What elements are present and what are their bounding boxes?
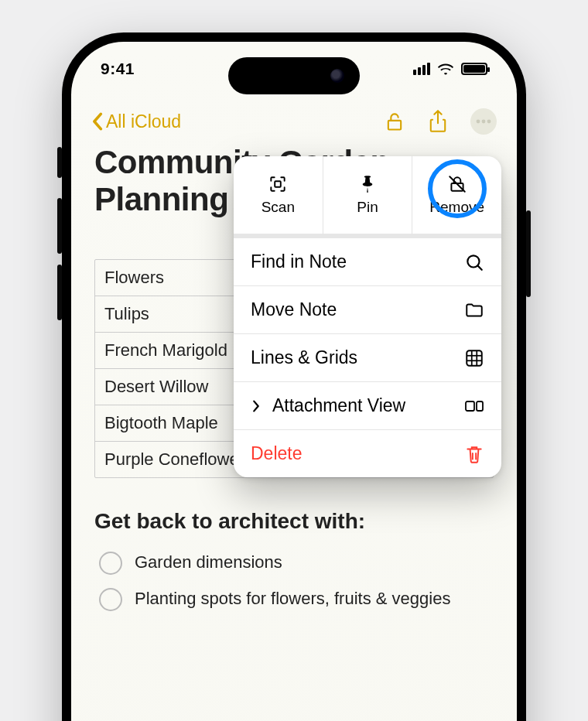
checklist-item[interactable]: Planting spots for flowers, fruits & veg… xyxy=(94,581,494,617)
checklist: Garden dimensions Planting spots for flo… xyxy=(94,545,494,617)
more-button[interactable] xyxy=(470,108,497,135)
checklist-item[interactable]: Garden dimensions xyxy=(94,545,494,581)
menu-attachment-view[interactable]: Attachment View xyxy=(234,381,501,429)
svg-point-0 xyxy=(477,120,480,124)
menu-scan[interactable]: Scan xyxy=(234,156,323,234)
checkbox-icon[interactable] xyxy=(99,552,122,575)
menu-scan-label: Scan xyxy=(262,199,295,216)
volume-up-button xyxy=(57,198,62,254)
svg-point-1 xyxy=(482,120,486,124)
share-icon xyxy=(427,110,449,133)
battery-icon xyxy=(461,63,487,75)
svg-rect-7 xyxy=(467,350,482,366)
folder-icon xyxy=(464,300,484,320)
chevron-left-icon xyxy=(91,112,103,131)
grid-icon xyxy=(464,348,484,368)
checklist-label[interactable]: Planting spots for flowers, fruits & veg… xyxy=(135,587,450,610)
checkbox-icon[interactable] xyxy=(99,588,122,611)
menu-remove[interactable]: Remove xyxy=(412,156,501,234)
screen: 9:41 All iCloud xyxy=(71,42,517,721)
nav-bar: All iCloud xyxy=(71,104,517,139)
ring-switch xyxy=(57,147,62,178)
unlock-icon xyxy=(384,111,405,132)
attachment-view-icon xyxy=(464,396,484,416)
dynamic-island xyxy=(228,57,360,94)
phone-frame: 9:41 All iCloud xyxy=(62,32,526,721)
front-camera xyxy=(330,69,344,83)
menu-find-in-note[interactable]: Find in Note xyxy=(234,238,501,285)
menu-item-label: Find in Note xyxy=(251,251,347,272)
ellipsis-icon xyxy=(476,119,491,124)
back-label: All iCloud xyxy=(106,111,181,132)
pin-icon xyxy=(357,174,378,194)
lock-button[interactable] xyxy=(384,111,405,132)
menu-item-label: Move Note xyxy=(251,299,337,320)
status-time: 9:41 xyxy=(101,60,135,78)
menu-item-label: Lines & Grids xyxy=(251,347,357,368)
svg-point-2 xyxy=(487,120,491,124)
menu-item-label: Attachment View xyxy=(272,395,405,416)
chevron-right-icon xyxy=(249,398,263,412)
scan-icon xyxy=(268,174,288,194)
svg-line-6 xyxy=(478,265,482,269)
wifi-icon xyxy=(437,63,454,75)
svg-rect-12 xyxy=(466,402,474,411)
svg-rect-13 xyxy=(477,402,483,411)
menu-item-label: Delete xyxy=(251,443,302,464)
search-icon xyxy=(464,252,484,272)
power-button xyxy=(526,210,531,297)
menu-delete[interactable]: Delete xyxy=(234,429,501,477)
menu-pin[interactable]: Pin xyxy=(323,156,412,234)
volume-down-button xyxy=(57,265,62,320)
checklist-label[interactable]: Garden dimensions xyxy=(135,551,282,574)
menu-move-note[interactable]: Move Note xyxy=(234,285,501,333)
section-heading[interactable]: Get back to architect with: xyxy=(94,509,494,534)
trash-icon xyxy=(464,444,484,464)
highlight-circle xyxy=(428,159,487,218)
share-button[interactable] xyxy=(427,110,449,133)
more-menu: Scan Pin Remove Find in Note M xyxy=(234,156,501,477)
cellular-icon xyxy=(413,63,430,75)
svg-rect-3 xyxy=(275,181,282,187)
back-button[interactable]: All iCloud xyxy=(91,111,181,132)
menu-pin-label: Pin xyxy=(357,199,378,216)
menu-lines-grids[interactable]: Lines & Grids xyxy=(234,333,501,381)
